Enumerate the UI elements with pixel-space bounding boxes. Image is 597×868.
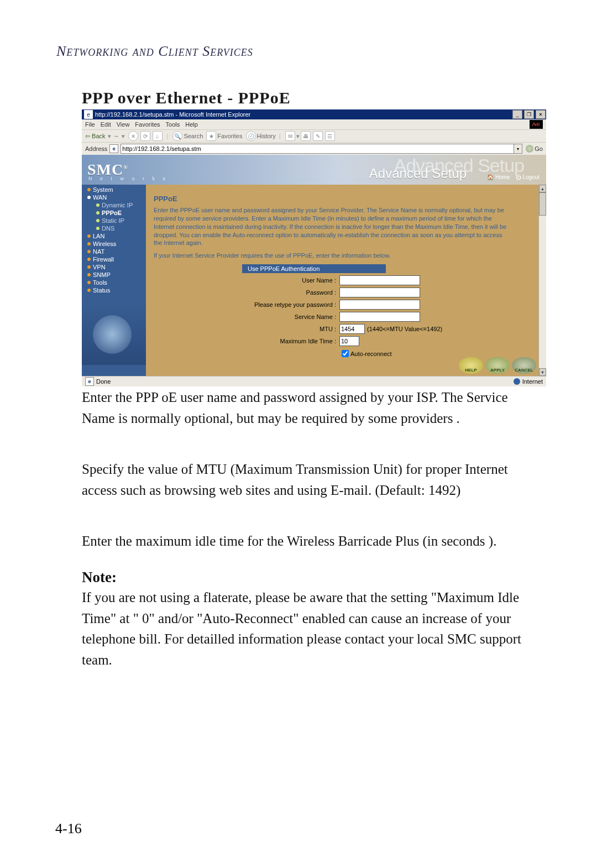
sidebar-item-tools[interactable]: Tools bbox=[82, 279, 146, 286]
refresh-icon[interactable]: ⟳ bbox=[140, 131, 150, 141]
home-icon[interactable]: ⌂ bbox=[153, 131, 163, 141]
content-desc-1: Enter the PPPoE user name and password a… bbox=[154, 206, 507, 247]
content-desc-2: If your Internet Service Provider requir… bbox=[154, 252, 507, 260]
maximize-button[interactable]: ❐ bbox=[524, 110, 534, 119]
sidebar-item-wireless[interactable]: Wireless bbox=[82, 240, 146, 248]
status-zone: Internet bbox=[522, 378, 543, 385]
ie-throbber-icon bbox=[530, 120, 543, 129]
toolbar-search[interactable]: Search bbox=[184, 133, 203, 139]
content-panel: PPPoE Enter the PPPoE user name and pass… bbox=[146, 185, 546, 376]
stop-icon[interactable]: ✕ bbox=[128, 131, 138, 141]
ie-addressbar: Address e ▾ Go bbox=[82, 142, 546, 155]
note-body: If you are not using a flaterate, please… bbox=[82, 587, 535, 670]
status-page-icon: e bbox=[85, 377, 94, 386]
menu-file[interactable]: File bbox=[85, 121, 95, 128]
ie-titlebar: e http://192.168.2.1/setupa.stm - Micros… bbox=[82, 109, 546, 119]
note-heading: Note: bbox=[82, 566, 535, 589]
status-text: Done bbox=[96, 378, 111, 385]
minimize-button[interactable]: _ bbox=[512, 110, 522, 119]
ie-statusbar: e Done Internet bbox=[82, 376, 546, 386]
autoreconnect-checkbox[interactable] bbox=[342, 350, 349, 357]
apply-button[interactable]: APPLY bbox=[485, 357, 510, 374]
address-label: Address bbox=[85, 145, 107, 152]
edit-icon[interactable]: ✎ bbox=[313, 131, 323, 141]
sidebar-item-lan[interactable]: LAN bbox=[82, 232, 146, 240]
idle-time-input[interactable] bbox=[339, 336, 359, 346]
sidebar-item-wan[interactable]: WAN bbox=[82, 194, 146, 201]
scroll-up-button[interactable]: ▲ bbox=[539, 185, 546, 192]
idle-time-label: Maximum Idle Time : bbox=[242, 338, 339, 344]
service-name-input[interactable] bbox=[339, 312, 420, 322]
sidebar: System WAN Dynamic IP PPPoE Static IP DN… bbox=[82, 185, 146, 376]
discuss-icon[interactable]: ☲ bbox=[325, 131, 335, 141]
cancel-button[interactable]: CANCEL bbox=[512, 357, 536, 374]
menu-edit[interactable]: Edit bbox=[101, 121, 111, 128]
go-button[interactable]: Go bbox=[526, 145, 543, 153]
mtu-input[interactable] bbox=[339, 324, 365, 334]
ie-page-icon: e bbox=[109, 144, 118, 153]
form-header: Use PPPoE Authentication bbox=[242, 264, 386, 273]
logout-icon: ⏻ bbox=[516, 174, 521, 180]
scroll-down-button[interactable]: ▼ bbox=[539, 368, 546, 376]
mtu-hint: (1440<=MTU Value<=1492) bbox=[367, 326, 442, 332]
sidebar-item-dynamic-ip[interactable]: Dynamic IP bbox=[82, 201, 146, 209]
ie-window: e http://192.168.2.1/setupa.stm - Micros… bbox=[82, 109, 546, 374]
ie-menubar: File Edit View Favorites Tools Help bbox=[82, 119, 546, 129]
scroll-thumb[interactable] bbox=[539, 192, 546, 216]
close-button[interactable]: × bbox=[536, 110, 546, 119]
router-header: SMC® N e t w o r k s Advanced Setup Adva… bbox=[82, 155, 546, 185]
section-title: PPP over Ethernet - PPPoE bbox=[82, 88, 291, 107]
router-body: System WAN Dynamic IP PPPoE Static IP DN… bbox=[82, 185, 546, 376]
print-icon[interactable]: 🖶 bbox=[301, 131, 311, 141]
toolbar-history[interactable]: History bbox=[257, 133, 276, 139]
mail-icon[interactable]: ✉ bbox=[285, 131, 295, 141]
history-icon[interactable]: 🕘 bbox=[246, 131, 256, 141]
password-input[interactable] bbox=[339, 287, 420, 297]
sidebar-item-dns[interactable]: DNS bbox=[82, 224, 146, 232]
vertical-scrollbar[interactable]: ▲ ▼ bbox=[538, 185, 546, 376]
pppoe-form: Use PPPoE Authentication User Name : Pas… bbox=[242, 264, 538, 359]
address-dropdown[interactable]: ▾ bbox=[514, 144, 522, 154]
ie-titlebar-text: http://192.168.2.1/setupa.stm - Microsof… bbox=[95, 111, 511, 118]
sidebar-item-nat[interactable]: NAT bbox=[82, 248, 146, 255]
search-icon[interactable]: 🔍 bbox=[172, 131, 182, 141]
internet-zone-icon bbox=[514, 378, 520, 385]
address-input[interactable] bbox=[121, 144, 514, 154]
page-running-header: Networking and Client Services bbox=[56, 43, 253, 60]
sidebar-item-system[interactable]: System bbox=[82, 186, 146, 194]
username-input[interactable] bbox=[339, 275, 420, 285]
page-number: 4-16 bbox=[55, 820, 82, 837]
menu-view[interactable]: View bbox=[117, 121, 130, 128]
sidebar-item-vpn[interactable]: VPN bbox=[82, 263, 146, 271]
ie-app-icon: e bbox=[84, 110, 93, 119]
back-button[interactable]: ⇦ Back bbox=[85, 133, 106, 140]
sidebar-item-status[interactable]: Status bbox=[82, 286, 146, 294]
sidebar-decorative-image bbox=[82, 304, 146, 365]
body-paragraph-2: Specify the value of MTU (Maximum Transm… bbox=[82, 459, 535, 500]
logout-link[interactable]: ⏻ Logout bbox=[516, 174, 540, 180]
autoreconnect-label: Auto-reconnect bbox=[350, 351, 392, 357]
ie-toolbar: ⇦ Back ▾ → ▾ ✕ ⟳ ⌂ | 🔍Search ★Favorites … bbox=[82, 129, 546, 142]
favorites-icon[interactable]: ★ bbox=[206, 131, 216, 141]
go-icon bbox=[526, 145, 533, 153]
service-name-label: Service Name : bbox=[242, 313, 339, 320]
body-paragraph-3: Enter the maximum idle time for the Wire… bbox=[82, 531, 557, 552]
body-paragraph-1: Enter the PPP oE user name and password … bbox=[82, 387, 535, 428]
username-label: User Name : bbox=[242, 277, 339, 284]
password-label: Password : bbox=[242, 289, 339, 296]
home-link[interactable]: 🏠 Home bbox=[487, 174, 510, 180]
help-button[interactable]: HELP bbox=[459, 357, 483, 374]
retype-password-input[interactable] bbox=[339, 300, 420, 310]
content-heading: PPPoE bbox=[154, 195, 538, 203]
sidebar-item-pppoe[interactable]: PPPoE bbox=[82, 209, 146, 217]
menu-favorites[interactable]: Favorites bbox=[135, 121, 160, 128]
menu-help[interactable]: Help bbox=[185, 121, 198, 128]
sidebar-item-firewall[interactable]: Firewall bbox=[82, 255, 146, 263]
forward-button[interactable]: → bbox=[113, 133, 119, 139]
header-title: Advanced Setup bbox=[369, 166, 467, 181]
toolbar-favorites[interactable]: Favorites bbox=[217, 133, 242, 139]
sidebar-item-snmp[interactable]: SNMP bbox=[82, 271, 146, 279]
sidebar-item-static-ip[interactable]: Static IP bbox=[82, 217, 146, 224]
menu-tools[interactable]: Tools bbox=[166, 121, 180, 128]
mtu-label: MTU : bbox=[242, 326, 339, 332]
